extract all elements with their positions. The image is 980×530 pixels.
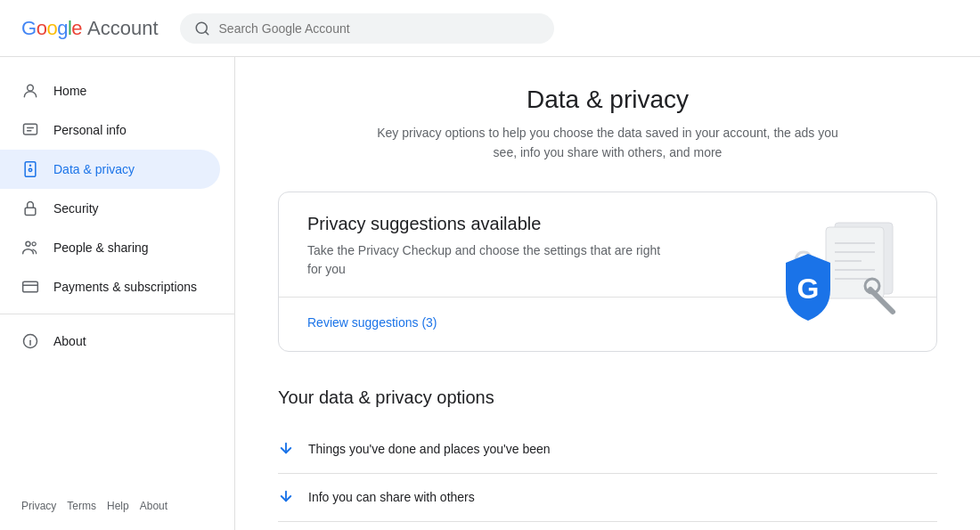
payments-icon (21, 278, 39, 296)
sidebar-item-personal-info[interactable]: Personal info (0, 110, 220, 150)
sidebar-item-personal-info-label: Personal info (53, 123, 127, 137)
svg-rect-6 (25, 162, 36, 177)
account-label: Account (87, 17, 159, 40)
suggestion-card-content: Privacy suggestions available Take the P… (307, 214, 667, 279)
svg-point-2 (28, 85, 34, 91)
svg-rect-9 (25, 208, 36, 215)
sidebar-item-people-sharing-label: People & sharing (53, 241, 149, 255)
svg-rect-3 (24, 124, 37, 135)
option-item-share-info[interactable]: Info you can share with others (278, 474, 937, 522)
sidebar-item-data-privacy-label: Data & privacy (53, 162, 135, 176)
suggestion-desc: Take the Privacy Checkup and choose the … (307, 241, 667, 279)
page-title: Data & privacy (278, 86, 937, 114)
google-account-logo: Google Account (21, 17, 159, 40)
sidebar-item-security[interactable]: Security (0, 189, 220, 228)
nav-divider (0, 314, 234, 314)
footer-terms-link[interactable]: Terms (67, 500, 96, 512)
svg-point-10 (26, 241, 30, 246)
svg-rect-12 (23, 281, 38, 292)
people-icon (21, 239, 39, 257)
nav-items: Home Personal info (0, 64, 234, 368)
home-icon (21, 82, 39, 100)
card-illustration: G (737, 209, 915, 334)
svg-point-11 (32, 242, 36, 246)
option-activities-label: Things you've done and places you've bee… (308, 442, 551, 456)
google-wordmark: Google (21, 17, 82, 40)
sidebar-item-about[interactable]: About (0, 322, 220, 361)
svg-text:G: G (797, 273, 820, 305)
privacy-suggestion-card: Privacy suggestions available Take the P… (278, 192, 937, 352)
svg-rect-18 (826, 227, 884, 298)
sidebar: Home Personal info (0, 57, 235, 530)
sidebar-item-people-sharing[interactable]: People & sharing (0, 228, 220, 267)
options-section-title: Your data & privacy options (278, 387, 937, 408)
data-privacy-options-section: Your data & privacy options Things you'v… (278, 387, 937, 522)
option-share-info-label: Info you can share with others (308, 490, 475, 504)
header: Google Account (0, 0, 980, 57)
data-privacy-icon (21, 160, 39, 178)
svg-point-16 (30, 338, 31, 338)
svg-line-1 (205, 31, 208, 34)
person-icon (21, 121, 39, 139)
security-icon (21, 200, 39, 217)
sidebar-item-payments-label: Payments & subscriptions (53, 280, 197, 294)
footer-privacy-link[interactable]: Privacy (21, 500, 56, 512)
layout: Home Personal info (0, 57, 980, 530)
suggestion-title: Privacy suggestions available (307, 214, 667, 234)
main-content: Data & privacy Key privacy options to he… (235, 57, 980, 530)
svg-point-7 (29, 168, 31, 171)
sidebar-footer: Privacy Terms Help About (0, 489, 234, 523)
sidebar-item-data-privacy[interactable]: Data & privacy (0, 150, 220, 189)
footer-about-link[interactable]: About (140, 500, 167, 512)
search-icon (194, 20, 210, 37)
sidebar-item-home[interactable]: Home (0, 71, 220, 110)
search-input[interactable] (219, 21, 540, 36)
search-bar[interactable] (180, 13, 554, 44)
arrow-down-icon-1 (278, 440, 294, 459)
review-suggestions-link[interactable]: Review suggestions (3) (307, 315, 437, 330)
page-subtitle: Key privacy options to help you choose t… (367, 123, 848, 163)
arrow-down-icon-2 (278, 488, 294, 507)
sidebar-item-security-label: Security (53, 201, 99, 216)
sidebar-item-about-label: About (53, 334, 86, 348)
about-icon (21, 332, 39, 350)
sidebar-item-payments[interactable]: Payments & subscriptions (0, 267, 220, 306)
sidebar-item-home-label: Home (53, 84, 86, 98)
footer-help-link[interactable]: Help (107, 500, 129, 512)
option-item-activities[interactable]: Things you've done and places you've bee… (278, 426, 937, 474)
